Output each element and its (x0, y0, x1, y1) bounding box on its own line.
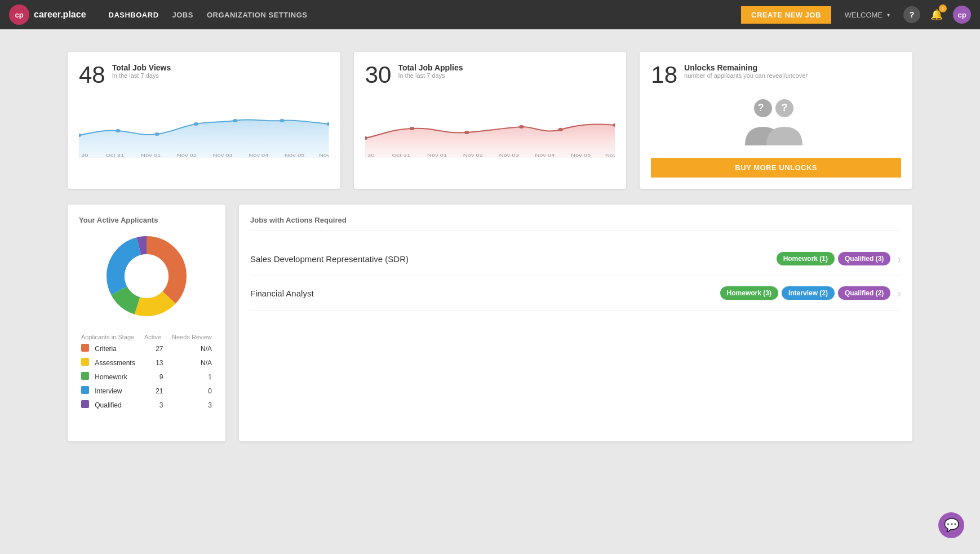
legend-row: Homework 9 1 (79, 370, 214, 384)
badge-purple[interactable]: Qualified (2) (838, 286, 890, 300)
logo-initials: cp (15, 11, 23, 19)
silhouettes-icon: ? ? (739, 96, 813, 147)
job-row[interactable]: Financial AnalystHomework (3)Interview (… (250, 276, 901, 311)
applies-subtitle: In the last 7 days (398, 72, 463, 79)
welcome-chevron-icon[interactable]: ▾ (887, 12, 890, 18)
chevron-right-icon[interactable]: › (897, 287, 901, 300)
create-new-job-button[interactable]: CREATE NEW JOB (741, 6, 831, 24)
legend-review-value: 0 (166, 384, 214, 398)
legend-stage-label: Qualified (92, 398, 142, 412)
legend-row: Criteria 27 N/A (79, 342, 214, 356)
bottom-row: Your Active Applicants (68, 205, 912, 441)
svg-text:Nov 01: Nov 01 (141, 153, 161, 158)
legend-review-value: N/A (166, 342, 214, 356)
badge-blue[interactable]: Interview (2) (782, 286, 835, 300)
views-card: 48 Total Job Views In the last 7 days (68, 52, 340, 189)
views-title: Total Job Views (112, 63, 171, 72)
legend-active-value: 9 (142, 370, 166, 384)
svg-text:?: ? (782, 102, 788, 113)
chevron-right-icon[interactable]: › (897, 252, 901, 265)
svg-point-19 (558, 128, 562, 131)
legend-stage-label: Homework (92, 370, 142, 384)
notification-bell-icon[interactable]: 🔔 1 (928, 6, 945, 23)
unlocks-number: 18 (651, 63, 677, 87)
job-title: Sales Development Representative (SDR) (250, 254, 770, 264)
svg-text:?: ? (758, 102, 764, 113)
notification-badge: 1 (939, 5, 947, 12)
main-content: 48 Total Job Views In the last 7 days (0, 29, 980, 464)
legend-stage-label: Assessments (92, 356, 142, 370)
buy-unlocks-button[interactable]: BUY MORE UNLOCKS (651, 158, 901, 178)
svg-point-38 (125, 254, 168, 298)
applicants-title: Your Active Applicants (79, 216, 214, 224)
svg-point-18 (519, 125, 524, 128)
svg-text:Nov 01: Nov 01 (427, 153, 447, 158)
svg-text:Nov 05: Nov 05 (571, 153, 591, 158)
jobs-list: Sales Development Representative (SDR)Ho… (250, 242, 901, 311)
unlocks-title: Unlocks Remaining (684, 63, 808, 72)
svg-text:Oct 31: Oct 31 (392, 153, 410, 158)
nav-org-settings[interactable]: ORGANIZATION SETTINGS (207, 11, 308, 19)
jobs-actions-card: Jobs with Actions Required Sales Develop… (239, 205, 912, 441)
job-badges: Homework (1)Qualified (3) (777, 252, 891, 265)
help-icon[interactable]: ? (903, 6, 920, 23)
svg-text:Nov 05: Nov 05 (285, 153, 304, 158)
applicants-card: Your Active Applicants (68, 205, 225, 441)
legend-color-dot (79, 356, 92, 370)
views-chart: Oct 30 Oct 31 Nov 01 Nov 02 Nov 03 Nov 0… (79, 96, 329, 158)
stats-row: 48 Total Job Views In the last 7 days (68, 52, 912, 189)
legend-review-value: 3 (166, 398, 214, 412)
legend-active-header: Active (142, 333, 166, 342)
unlocks-subtitle: number of applicants you can reveal/unco… (684, 72, 808, 79)
views-subtitle: In the last 7 days (112, 72, 171, 79)
svg-point-4 (233, 119, 237, 122)
applies-card: 30 Total Job Applies In the last 7 days (354, 52, 627, 189)
svg-text:Oct 30: Oct 30 (365, 153, 374, 158)
navbar: cp career.place DASHBOARD JOBS ORGANIZAT… (0, 0, 980, 29)
logo-area[interactable]: cp career.place (9, 5, 86, 25)
job-title: Financial Analyst (250, 289, 713, 298)
views-number: 48 (79, 63, 105, 87)
svg-text:Oct 30: Oct 30 (79, 153, 88, 158)
svg-text:Nov 04: Nov 04 (249, 153, 269, 158)
applies-number: 30 (365, 63, 392, 87)
legend-review-value: N/A (166, 356, 214, 370)
nav-dashboard[interactable]: DASHBOARD (109, 11, 159, 19)
svg-point-17 (464, 131, 469, 134)
legend-review-value: 1 (166, 370, 214, 384)
legend-review-header: Needs Review (166, 333, 214, 342)
legend-row: Interview 21 0 (79, 384, 214, 398)
jobs-actions-title: Jobs with Actions Required (250, 216, 901, 231)
legend-active-value: 13 (142, 356, 166, 370)
badge-green[interactable]: Homework (1) (777, 252, 835, 265)
badge-green[interactable]: Homework (3) (720, 286, 778, 300)
svg-text:Oct 31: Oct 31 (105, 153, 124, 158)
legend-stage-label: Criteria (92, 342, 142, 356)
user-avatar[interactable]: cp (953, 6, 971, 24)
badge-purple[interactable]: Qualified (3) (838, 252, 890, 265)
legend-row: Qualified 3 3 (79, 398, 214, 412)
legend-table: Applicants in Stage Active Needs Review … (79, 333, 214, 412)
svg-point-5 (280, 119, 284, 122)
chat-bubble[interactable]: 💬 (938, 512, 964, 538)
svg-point-2 (154, 132, 159, 136)
svg-text:Nov 06: Nov 06 (319, 153, 329, 158)
nav-jobs[interactable]: JOBS (172, 11, 193, 19)
legend-active-value: 27 (142, 342, 166, 356)
svg-text:Nov 02: Nov 02 (177, 153, 197, 158)
legend-stage-label: Interview (92, 384, 142, 398)
legend-active-value: 3 (142, 398, 166, 412)
svg-point-3 (194, 122, 198, 126)
svg-text:Nov 04: Nov 04 (535, 153, 555, 158)
legend-color-dot (79, 342, 92, 356)
svg-text:Nov 03: Nov 03 (499, 153, 518, 158)
svg-point-16 (410, 127, 414, 130)
legend-color-dot (79, 384, 92, 398)
svg-point-1 (116, 129, 120, 132)
legend-color-dot (79, 398, 92, 412)
svg-text:Nov 03: Nov 03 (213, 153, 233, 158)
job-row[interactable]: Sales Development Representative (SDR)Ho… (250, 242, 901, 276)
logo-icon: cp (9, 5, 29, 25)
legend-color-dot (79, 370, 92, 384)
applies-chart: Oct 30 Oct 31 Nov 01 Nov 02 Nov 03 Nov 0… (365, 96, 615, 158)
